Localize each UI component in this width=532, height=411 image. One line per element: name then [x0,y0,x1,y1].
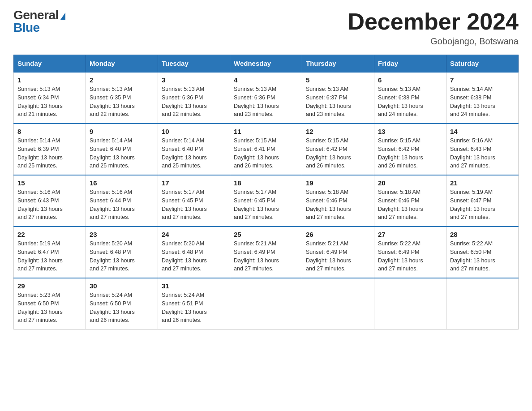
calendar-cell [230,278,302,330]
calendar-cell: 20Sunrise: 5:18 AMSunset: 6:46 PMDayligh… [374,175,446,227]
day-info: Sunrise: 5:20 AMSunset: 6:48 PMDaylight:… [162,240,226,273]
day-number: 26 [306,231,370,238]
day-info: Sunrise: 5:15 AMSunset: 6:42 PMDaylight:… [378,137,442,170]
day-info: Sunrise: 5:24 AMSunset: 6:51 PMDaylight:… [162,291,226,325]
day-info: Sunrise: 5:22 AMSunset: 6:50 PMDaylight:… [450,240,515,273]
calendar-week-row: 22Sunrise: 5:19 AMSunset: 6:47 PMDayligh… [14,227,519,278]
day-info: Sunrise: 5:14 AMSunset: 6:40 PMDaylight:… [162,137,226,170]
day-number: 13 [378,128,442,135]
day-number: 16 [90,179,154,187]
calendar-cell: 31Sunrise: 5:24 AMSunset: 6:51 PMDayligh… [158,278,230,330]
calendar-cell: 5Sunrise: 5:13 AMSunset: 6:37 PMDaylight… [302,72,374,124]
calendar-cell: 22Sunrise: 5:19 AMSunset: 6:47 PMDayligh… [14,227,86,278]
day-info: Sunrise: 5:14 AMSunset: 6:38 PMDaylight:… [450,85,515,119]
day-info: Sunrise: 5:21 AMSunset: 6:49 PMDaylight:… [306,240,370,273]
day-info: Sunrise: 5:15 AMSunset: 6:41 PMDaylight:… [234,137,298,170]
day-info: Sunrise: 5:13 AMSunset: 6:34 PMDaylight:… [17,85,82,119]
logo-triangle-icon [60,13,65,20]
day-info: Sunrise: 5:17 AMSunset: 6:45 PMDaylight:… [234,188,298,222]
day-number: 24 [162,231,226,238]
day-number: 11 [234,128,298,135]
calendar-cell [302,278,374,330]
day-info: Sunrise: 5:17 AMSunset: 6:45 PMDaylight:… [162,188,226,222]
day-number: 30 [90,282,154,290]
day-number: 27 [378,231,442,238]
calendar-cell: 29Sunrise: 5:23 AMSunset: 6:50 PMDayligh… [14,278,86,330]
day-number: 20 [378,179,442,187]
calendar-cell: 12Sunrise: 5:15 AMSunset: 6:42 PMDayligh… [302,124,374,175]
day-number: 15 [17,179,82,187]
day-number: 19 [306,179,370,187]
day-number: 22 [17,231,82,238]
header-wednesday: Wednesday [230,55,302,73]
day-number: 4 [234,76,298,84]
calendar-cell: 13Sunrise: 5:15 AMSunset: 6:42 PMDayligh… [374,124,446,175]
calendar-week-row: 1Sunrise: 5:13 AMSunset: 6:34 PMDaylight… [14,72,519,124]
logo-general-text: General [13,9,59,21]
day-info: Sunrise: 5:20 AMSunset: 6:48 PMDaylight:… [90,240,154,273]
header-friday: Friday [374,55,446,73]
day-number: 10 [162,128,226,135]
day-number: 5 [306,76,370,84]
day-number: 21 [450,179,515,187]
calendar-cell: 21Sunrise: 5:19 AMSunset: 6:47 PMDayligh… [446,175,519,227]
day-info: Sunrise: 5:16 AMSunset: 6:44 PMDaylight:… [90,188,154,222]
calendar-cell: 9Sunrise: 5:14 AMSunset: 6:40 PMDaylight… [86,124,158,175]
day-info: Sunrise: 5:13 AMSunset: 6:36 PMDaylight:… [162,85,226,119]
day-info: Sunrise: 5:19 AMSunset: 6:47 PMDaylight:… [17,240,82,273]
page-title: December 2024 [348,9,519,34]
page-header: General Blue December 2024 Gobojango, Bo… [13,9,519,47]
day-number: 17 [162,179,226,187]
day-info: Sunrise: 5:18 AMSunset: 6:46 PMDaylight:… [378,188,442,222]
calendar-cell: 2Sunrise: 5:13 AMSunset: 6:35 PMDaylight… [86,72,158,124]
day-info: Sunrise: 5:13 AMSunset: 6:35 PMDaylight:… [90,85,154,119]
calendar-week-row: 29Sunrise: 5:23 AMSunset: 6:50 PMDayligh… [14,278,519,330]
day-number: 3 [162,76,226,84]
calendar-cell: 15Sunrise: 5:16 AMSunset: 6:43 PMDayligh… [14,175,86,227]
calendar-cell: 14Sunrise: 5:16 AMSunset: 6:43 PMDayligh… [446,124,519,175]
day-number: 6 [378,76,442,84]
day-info: Sunrise: 5:13 AMSunset: 6:36 PMDaylight:… [234,85,298,119]
calendar-cell: 25Sunrise: 5:21 AMSunset: 6:49 PMDayligh… [230,227,302,278]
title-area: December 2024 Gobojango, Botswana [348,9,519,47]
day-info: Sunrise: 5:23 AMSunset: 6:50 PMDaylight:… [17,291,82,325]
day-number: 8 [17,128,82,135]
calendar-cell: 4Sunrise: 5:13 AMSunset: 6:36 PMDaylight… [230,72,302,124]
calendar-cell: 7Sunrise: 5:14 AMSunset: 6:38 PMDaylight… [446,72,519,124]
day-number: 9 [90,128,154,135]
calendar-week-row: 15Sunrise: 5:16 AMSunset: 6:43 PMDayligh… [14,175,519,227]
day-number: 12 [306,128,370,135]
day-info: Sunrise: 5:14 AMSunset: 6:40 PMDaylight:… [90,137,154,170]
day-info: Sunrise: 5:13 AMSunset: 6:37 PMDaylight:… [306,85,370,119]
day-number: 23 [90,231,154,238]
day-number: 31 [162,282,226,290]
day-number: 2 [90,76,154,84]
calendar-cell: 11Sunrise: 5:15 AMSunset: 6:41 PMDayligh… [230,124,302,175]
calendar-cell: 16Sunrise: 5:16 AMSunset: 6:44 PMDayligh… [86,175,158,227]
logo-blue-text: Blue [13,21,40,34]
header-sunday: Sunday [14,55,86,73]
calendar-week-row: 8Sunrise: 5:14 AMSunset: 6:39 PMDaylight… [14,124,519,175]
calendar-table: SundayMondayTuesdayWednesdayThursdayFrid… [13,55,519,330]
location-subtitle: Gobojango, Botswana [348,36,519,47]
day-info: Sunrise: 5:22 AMSunset: 6:49 PMDaylight:… [378,240,442,273]
calendar-cell: 28Sunrise: 5:22 AMSunset: 6:50 PMDayligh… [446,227,519,278]
calendar-cell: 10Sunrise: 5:14 AMSunset: 6:40 PMDayligh… [158,124,230,175]
calendar-cell [446,278,519,330]
calendar-cell: 18Sunrise: 5:17 AMSunset: 6:45 PMDayligh… [230,175,302,227]
calendar-cell: 8Sunrise: 5:14 AMSunset: 6:39 PMDaylight… [14,124,86,175]
day-info: Sunrise: 5:24 AMSunset: 6:50 PMDaylight:… [90,291,154,325]
day-number: 29 [17,282,82,290]
calendar-cell: 24Sunrise: 5:20 AMSunset: 6:48 PMDayligh… [158,227,230,278]
calendar-cell: 26Sunrise: 5:21 AMSunset: 6:49 PMDayligh… [302,227,374,278]
calendar-cell: 23Sunrise: 5:20 AMSunset: 6:48 PMDayligh… [86,227,158,278]
day-info: Sunrise: 5:16 AMSunset: 6:43 PMDaylight:… [17,188,82,222]
calendar-cell: 17Sunrise: 5:17 AMSunset: 6:45 PMDayligh… [158,175,230,227]
calendar-header-row: SundayMondayTuesdayWednesdayThursdayFrid… [14,55,519,73]
day-info: Sunrise: 5:16 AMSunset: 6:43 PMDaylight:… [450,137,515,170]
day-number: 25 [234,231,298,238]
day-info: Sunrise: 5:14 AMSunset: 6:39 PMDaylight:… [17,137,82,170]
calendar-cell: 19Sunrise: 5:18 AMSunset: 6:46 PMDayligh… [302,175,374,227]
calendar-cell: 3Sunrise: 5:13 AMSunset: 6:36 PMDaylight… [158,72,230,124]
calendar-cell: 1Sunrise: 5:13 AMSunset: 6:34 PMDaylight… [14,72,86,124]
